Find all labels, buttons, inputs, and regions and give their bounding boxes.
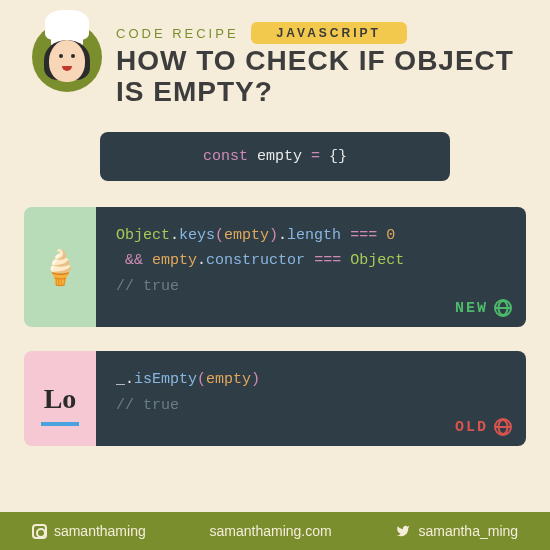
website-link[interactable]: samanthaming.com — [210, 523, 332, 539]
language-pill: JAVASCRIPT — [251, 22, 407, 44]
header: CODE RECIPE JAVASCRIPT HOW TO CHECK IF O… — [0, 0, 550, 116]
twitter-link[interactable]: samantha_ming — [395, 523, 518, 539]
new-badge: NEW — [455, 296, 512, 322]
code-new: Object.keys(empty).length === 0 && empty… — [96, 207, 526, 328]
old-badge: OLD — [455, 415, 512, 441]
chef-hat-icon — [45, 10, 89, 40]
instagram-link[interactable]: samanthaming — [32, 523, 146, 539]
globe-icon — [494, 418, 512, 436]
eyebrow-label: CODE RECIPE — [116, 26, 239, 41]
page-title: HOW TO CHECK IF OBJECT IS EMPTY? — [116, 46, 518, 108]
comment-true: // true — [116, 393, 506, 419]
footer: samanthaming samanthaming.com samantha_m… — [0, 512, 550, 550]
code-declare: const empty = {} — [100, 132, 450, 181]
old-method-panel: Lo _.isEmpty(empty) // true OLD — [24, 351, 526, 446]
instagram-icon — [32, 524, 47, 539]
twitter-icon — [395, 524, 411, 538]
icecream-icon: 🍦 — [24, 207, 96, 328]
avatar — [32, 22, 102, 92]
new-method-panel: 🍦 Object.keys(empty).length === 0 && emp… — [24, 207, 526, 328]
globe-icon — [494, 299, 512, 317]
comment-true: // true — [116, 274, 506, 300]
lodash-icon: Lo — [24, 351, 96, 446]
code-old: _.isEmpty(empty) // true OLD — [96, 351, 526, 446]
